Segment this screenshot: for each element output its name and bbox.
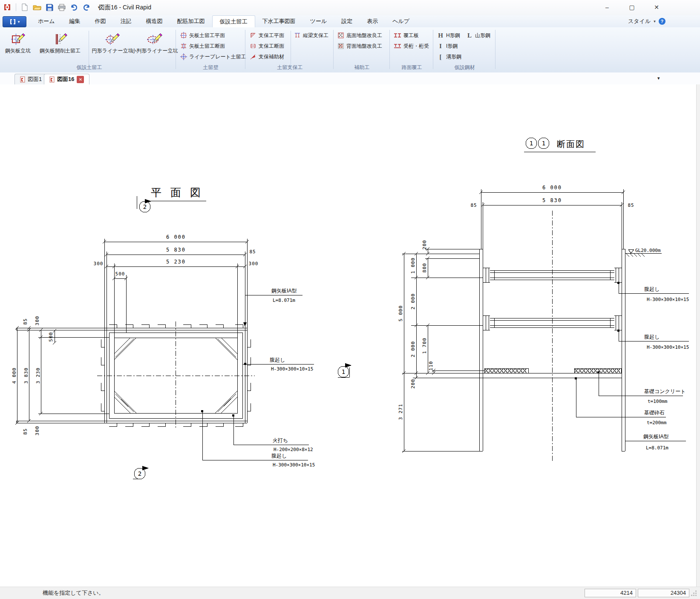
chevron-down-icon[interactable]: ▾ — [654, 19, 656, 23]
shoring-auxiliary-icon — [250, 53, 256, 60]
quick-access-toolbar: ▾ — [3, 2, 109, 12]
maximize-button[interactable]: ▢ — [619, 0, 644, 14]
print-button[interactable] — [57, 2, 66, 12]
plan-dim-85-right: 85 — [249, 249, 256, 255]
redo-button[interactable] — [82, 2, 91, 12]
scrollbar[interactable] — [696, 84, 700, 587]
h-steel-icon: H — [437, 32, 444, 39]
svg-text:基礎コンクリート: 基礎コンクリート — [644, 388, 686, 394]
app-logo-icon — [3, 2, 12, 12]
plan-dim-300-right: 300 — [249, 261, 259, 266]
angle-steel-icon: L — [466, 32, 473, 39]
tab-annotate[interactable]: 注記 — [113, 15, 139, 27]
minimize-button[interactable]: – — [595, 0, 619, 14]
title-bar: ▾ 図面16 - Civil Rapid – ▢ ✕ — [0, 0, 700, 15]
doc-tab-drawing16[interactable]: 図面16 ✕ — [44, 74, 89, 84]
back-ground-improvement-button[interactable]: 背面地盤改良工 — [337, 41, 382, 51]
close-button[interactable]: ✕ — [644, 0, 669, 14]
status-message: 機能を指定して下さい。 — [43, 589, 104, 597]
open-cut-icon — [53, 32, 67, 46]
tab-home[interactable]: ホーム — [31, 15, 62, 27]
save-button[interactable] — [45, 2, 54, 12]
circular-liner-icon — [105, 32, 120, 46]
svg-text:H-300×300×10×15: H-300×300×10×15 — [647, 344, 689, 350]
document-tab-bar: 図面1 図面16 ✕ ▾ — [0, 72, 700, 85]
coordinate-y-display: 24304 — [638, 589, 689, 597]
section-dim-2000-upper: 2 000 — [410, 293, 416, 310]
section-label-sheet-pile: 鋼矢板ⅠA型 L=8.071m — [625, 434, 686, 451]
undo-button[interactable] — [69, 2, 79, 12]
tab-settings[interactable]: 設定 — [334, 15, 360, 27]
drawing-canvas[interactable]: 平 面 図 2 6 000 5 830 85 5 230 300 300 500… — [0, 84, 700, 587]
section-dim-1700: 1 700 — [422, 338, 427, 354]
h-steel-button[interactable]: H H形鋼 — [437, 31, 460, 40]
section-label-foundation-concrete: 基礎コンクリート t=100mm — [597, 371, 686, 404]
group-road-decking: 覆工板 受桁・桁受 路面覆工 — [390, 27, 433, 72]
app-menu-button[interactable]: ▾ — [3, 16, 26, 27]
tab-draw[interactable]: 作図 — [88, 15, 113, 27]
help-icon[interactable]: ? — [659, 18, 665, 25]
tab-rebar[interactable]: 配筋加工図 — [170, 15, 212, 27]
section-dim-6000: 6 000 — [542, 185, 562, 191]
divider — [245, 30, 245, 69]
shoring-plan-button[interactable]: 支保工平面 — [250, 31, 284, 40]
new-document-button[interactable] — [20, 2, 29, 12]
plan-dim-3830: 3 830 — [23, 368, 29, 384]
i-steel-button[interactable]: I I形鋼 — [437, 41, 458, 51]
angle-steel-button[interactable]: L 山形鋼 — [466, 31, 490, 40]
svg-text:t=200mm: t=200mm — [647, 420, 667, 425]
tab-temporary-earth-retaining[interactable]: 仮設土留工 — [212, 15, 255, 27]
doc-tab-drawing1[interactable]: 図面1 — [14, 74, 47, 84]
group-shoring: 支保工平面 支保工断面 支保補助材 縦梁支保工 土留支保工 — [246, 27, 334, 72]
divider — [16, 3, 16, 11]
shoring-auxiliary-button[interactable]: 支保補助材 — [250, 52, 284, 61]
group-temporary-steel: H H形鋼 I I形鋼 [ 溝形鋼 L 山形鋼 仮設鋼材 — [434, 27, 495, 72]
oval-liner-shaft-button[interactable]: 小判形ライナー立坑 — [134, 29, 176, 67]
tab-tools[interactable]: ツール — [303, 15, 334, 27]
svg-text:1: 1 — [542, 140, 545, 147]
section-label-waler-1: 腹起し H-300×300×10×15 — [617, 282, 689, 302]
divider — [389, 30, 390, 69]
tab-structure[interactable]: 構造図 — [139, 15, 170, 27]
close-tab-icon[interactable]: ✕ — [77, 76, 84, 83]
sheet-pile-open-cut-button[interactable]: 鋼矢板開削土留工 — [33, 29, 87, 67]
steel-sheet-pile-shaft-button[interactable]: 鋼矢板立坑 — [3, 29, 32, 67]
i-steel-icon: I — [437, 43, 444, 50]
resize-grip[interactable] — [691, 590, 697, 598]
app-logo-icon — [9, 19, 16, 25]
bottom-ground-improvement-button[interactable]: 底面地盤改良工 — [337, 31, 382, 40]
liner-plate-button[interactable]: ライナープレート土留工 — [180, 52, 246, 61]
section-dim-1000: 1 000 — [410, 258, 416, 274]
shoring-section-button[interactable]: 支保工断面 — [250, 41, 284, 51]
svg-text:鋼矢板ⅠA型: 鋼矢板ⅠA型 — [643, 434, 669, 440]
shoring-section-icon — [250, 43, 256, 49]
sheet-pile-section-button[interactable]: 矢板土留工断面 — [180, 41, 225, 51]
tab-list-chevron-icon[interactable]: ▾ — [657, 75, 660, 81]
svg-text:火打ち: 火打ち — [273, 437, 288, 443]
svg-text:L=8.071m: L=8.071m — [273, 298, 295, 303]
group-temporary-earth-retaining: 鋼矢板立坑 鋼矢板開削土留工 円形ライナー立坑 — [3, 27, 176, 72]
group-retaining-wall: 矢板土留工平面 矢板土留工断面 ライナープレート土留工 土留壁 — [176, 27, 245, 72]
tabrow-right-cluster: スタイル ▾ ? — [628, 15, 665, 27]
sheet-pile-plan-button[interactable]: 矢板土留工平面 — [180, 31, 225, 40]
tab-sewer[interactable]: 下水工事図面 — [255, 15, 303, 27]
tab-help[interactable]: ヘルプ — [385, 15, 417, 27]
svg-text:鋼矢板ⅠA型: 鋼矢板ⅠA型 — [271, 288, 297, 294]
plan-dim-300-left: 300 — [94, 261, 104, 266]
decking-plate-button[interactable]: 覆工板 — [394, 31, 419, 40]
support-girder-icon — [394, 43, 401, 49]
svg-text:H-300×300×10×15: H-300×300×10×15 — [273, 462, 315, 468]
vertical-beam-shoring-button[interactable]: 縦梁支保工 — [294, 31, 328, 40]
style-button[interactable]: スタイル — [628, 17, 651, 25]
tab-view[interactable]: 表示 — [360, 15, 385, 27]
channel-steel-icon: [ — [437, 53, 444, 61]
circular-liner-shaft-button[interactable]: 円形ライナー立坑 — [90, 29, 135, 67]
chevron-down-icon: ▾ — [18, 20, 20, 24]
plan-dim-4000: 4 000 — [12, 368, 17, 384]
tab-edit[interactable]: 編集 — [62, 15, 88, 27]
open-folder-button[interactable] — [32, 2, 42, 12]
group-label: 仮設土留工 — [3, 64, 176, 71]
svg-text:H-300×300×10×15: H-300×300×10×15 — [647, 297, 689, 302]
support-girder-button[interactable]: 受桁・桁受 — [394, 41, 429, 51]
channel-steel-button[interactable]: [ 溝形鋼 — [437, 52, 461, 61]
